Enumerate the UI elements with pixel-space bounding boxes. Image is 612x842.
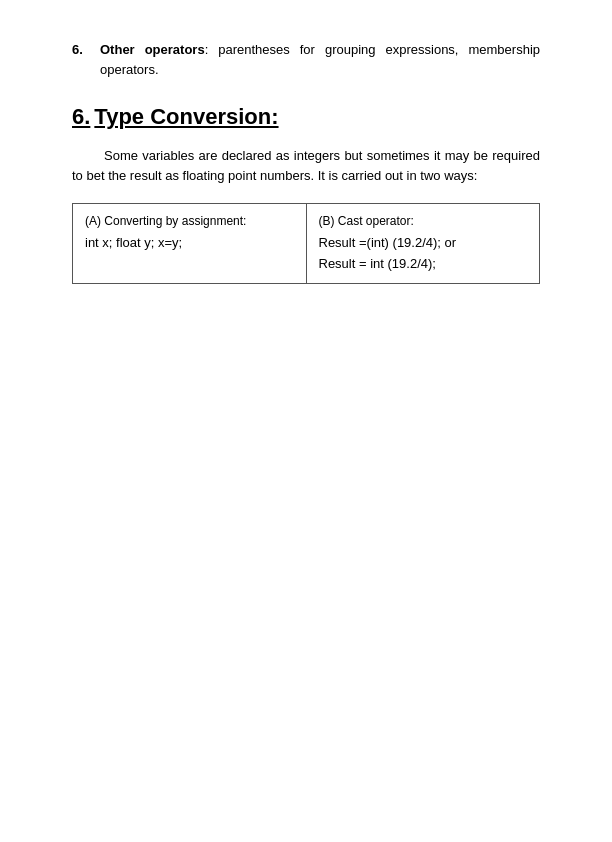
table-cell-b: (B) Cast operator: Result =(int) (19.2/4… [306, 204, 540, 284]
table-cell-a: (A) Converting by assignment: int x; flo… [73, 204, 307, 284]
body-paragraph: Some variables are declared as integers … [72, 146, 540, 188]
list-item-content: Other operators: parentheses for groupin… [100, 40, 540, 79]
list-item-term: Other operators [100, 42, 205, 57]
cell-a-line1: int x; float y; x=y; [85, 233, 294, 254]
section-heading: 6.Type Conversion: [72, 103, 540, 132]
list-item-number: 6. [72, 40, 100, 79]
page: 6. Other operators: parentheses for grou… [0, 0, 612, 842]
section-number: 6. [72, 104, 90, 129]
comparison-table: (A) Converting by assignment: int x; flo… [72, 203, 540, 284]
table-row: (A) Converting by assignment: int x; flo… [73, 204, 540, 284]
list-item-6: 6. Other operators: parentheses for grou… [72, 40, 540, 79]
section-title: Type Conversion: [94, 104, 278, 129]
cell-b-line1: Result =(int) (19.2/4); or [319, 233, 528, 254]
cell-b-line2: Result = int (19.2/4); [319, 254, 528, 275]
cell-b-label: (B) Cast operator: [319, 212, 528, 231]
cell-a-label: (A) Converting by assignment: [85, 212, 294, 231]
